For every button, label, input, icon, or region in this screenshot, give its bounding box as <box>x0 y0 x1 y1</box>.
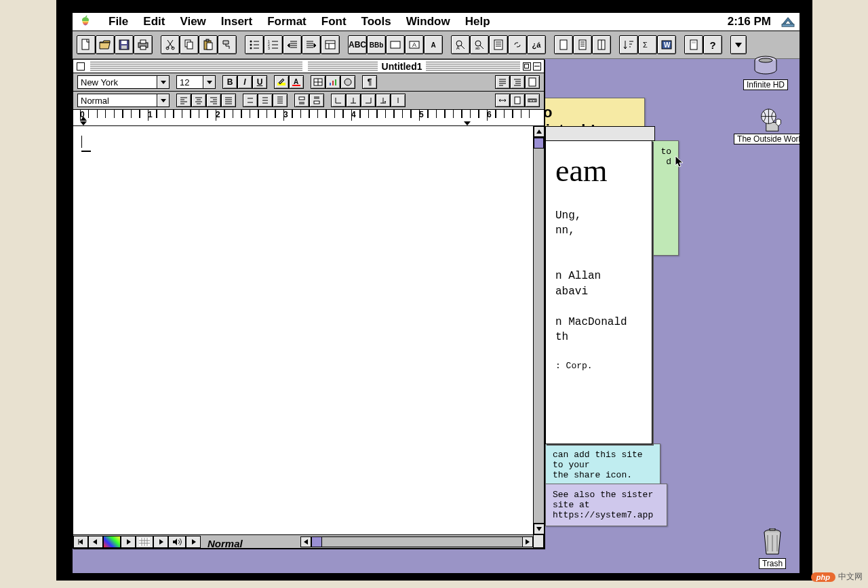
word-logo-button[interactable]: W <box>657 35 676 54</box>
menu-edit[interactable]: Edit <box>136 15 172 28</box>
menu-window[interactable]: Window <box>399 15 458 28</box>
page-lines-button[interactable] <box>489 35 508 54</box>
calc-button[interactable]: Σ <box>638 35 657 54</box>
desktop-icon-trash[interactable]: Trash <box>745 528 800 569</box>
right-indent-marker[interactable] <box>464 121 471 125</box>
small-caps-button[interactable]: A <box>424 35 443 54</box>
font-size-combo[interactable] <box>176 75 216 89</box>
page-view-2-button[interactable] <box>573 35 592 54</box>
menu-view[interactable]: View <box>172 15 213 28</box>
change-case-button[interactable]: BBb <box>367 35 386 54</box>
increase-indent-button[interactable] <box>302 35 321 54</box>
font-size-input[interactable] <box>176 75 203 89</box>
link-button[interactable] <box>508 35 527 54</box>
font-name-dropdown-icon[interactable] <box>157 75 170 89</box>
first-line-indent-marker[interactable] <box>80 117 87 121</box>
desktop-icon-hd[interactable]: Infinite HD <box>725 54 800 90</box>
spellcheck-button[interactable]: ABC <box>348 35 367 54</box>
horizontal-ruler[interactable]: 0 1 2 3 4 5 6 <box>73 110 544 126</box>
numbering-button[interactable]: 123 <box>264 35 283 54</box>
view-page-button[interactable] <box>525 75 540 89</box>
bold-button[interactable]: B <box>222 75 237 89</box>
menu-file[interactable]: File <box>101 15 136 28</box>
print-button[interactable] <box>134 35 153 54</box>
layout-button[interactable] <box>321 35 340 54</box>
page-setup-button[interactable] <box>684 35 703 54</box>
underline-button[interactable]: U <box>252 75 267 89</box>
show-ruler-button[interactable] <box>525 94 540 107</box>
vertical-scroll-track[interactable] <box>534 137 544 524</box>
open-button[interactable] <box>96 35 115 54</box>
style-input[interactable] <box>77 94 157 107</box>
page-nav-prev-button[interactable] <box>88 536 103 548</box>
menu-insert[interactable]: Insert <box>214 15 260 28</box>
window-close-box[interactable] <box>77 62 85 71</box>
horizontal-scroll-track[interactable] <box>322 536 522 547</box>
style-combo[interactable] <box>77 94 170 107</box>
bullets-button[interactable] <box>245 35 264 54</box>
page-nav-next-button[interactable] <box>121 536 136 548</box>
align-center-button[interactable] <box>191 94 206 107</box>
desktop-icon-world[interactable]: The Outside World <box>730 108 800 144</box>
page-nav-first-button[interactable] <box>73 536 88 548</box>
horizontal-scrollbar[interactable] <box>73 534 533 548</box>
space-before-button[interactable] <box>294 94 309 107</box>
save-button[interactable] <box>115 35 134 54</box>
nav-next-3-button[interactable] <box>186 536 201 548</box>
align-left-button[interactable] <box>176 94 191 107</box>
format-painter-button[interactable] <box>218 35 237 54</box>
menu-clock[interactable]: 2:16 PM <box>725 15 774 28</box>
view-outline-button[interactable] <box>510 75 525 89</box>
tab-bar-button[interactable] <box>391 94 406 107</box>
space-after-button[interactable] <box>309 94 324 107</box>
style-dropdown-icon[interactable] <box>157 94 170 107</box>
window-collapse-box[interactable] <box>533 62 541 71</box>
special-chars-button[interactable]: ¿á <box>527 35 546 54</box>
scroll-up-arrow-icon[interactable] <box>534 126 545 137</box>
document-page[interactable] <box>73 126 533 534</box>
fit-page-button[interactable] <box>510 94 525 107</box>
page-view-3-button[interactable] <box>592 35 611 54</box>
insert-table-button[interactable] <box>311 75 326 89</box>
find-button[interactable]: A <box>451 35 470 54</box>
font-name-combo[interactable] <box>77 75 170 89</box>
window-titlebar[interactable]: Untitled1 <box>73 60 544 73</box>
grid-pattern-button[interactable] <box>136 536 153 548</box>
fit-width-button[interactable] <box>495 94 510 107</box>
font-color-button[interactable]: A <box>289 75 304 89</box>
text-frame-button[interactable]: A <box>405 35 424 54</box>
horizontal-scroll-thumb[interactable] <box>311 536 322 547</box>
font-name-input[interactable] <box>77 75 157 89</box>
line-spacing-2-button[interactable] <box>273 94 288 107</box>
scroll-down-arrow-icon[interactable] <box>534 524 545 534</box>
font-size-dropdown-icon[interactable] <box>203 75 216 89</box>
highlight-button[interactable] <box>274 75 289 89</box>
italic-button[interactable]: I <box>237 75 252 89</box>
text-box-button[interactable] <box>386 35 405 54</box>
left-indent-marker[interactable] <box>80 121 87 125</box>
application-menu-icon[interactable] <box>781 16 795 28</box>
sort-button[interactable] <box>619 35 638 54</box>
nav-next-2-button[interactable] <box>153 536 168 548</box>
paragraph-mark-button[interactable]: ¶ <box>362 75 377 89</box>
window-zoom-box[interactable] <box>523 62 531 71</box>
sound-button[interactable] <box>168 536 186 548</box>
line-spacing-1-button[interactable] <box>243 94 258 107</box>
paste-button[interactable] <box>199 35 218 54</box>
tab-decimal-button[interactable] <box>376 94 391 107</box>
menu-font[interactable]: Font <box>314 15 354 28</box>
help-button[interactable]: ? <box>703 35 722 54</box>
scroll-left-arrow-icon[interactable] <box>300 536 311 547</box>
color-palette-button[interactable] <box>103 536 121 548</box>
decrease-indent-button[interactable] <box>283 35 302 54</box>
menu-format[interactable]: Format <box>260 15 314 28</box>
vertical-scrollbar[interactable] <box>533 126 544 534</box>
view-normal-button[interactable] <box>495 75 510 89</box>
toolbar-overflow-button[interactable] <box>730 35 747 54</box>
tab-left-button[interactable] <box>331 94 346 107</box>
align-right-button[interactable] <box>206 94 221 107</box>
scroll-right-arrow-icon[interactable] <box>522 536 533 547</box>
line-spacing-15-button[interactable] <box>258 94 273 107</box>
replace-button[interactable]: ab <box>470 35 489 54</box>
insert-object-button[interactable] <box>340 75 355 89</box>
